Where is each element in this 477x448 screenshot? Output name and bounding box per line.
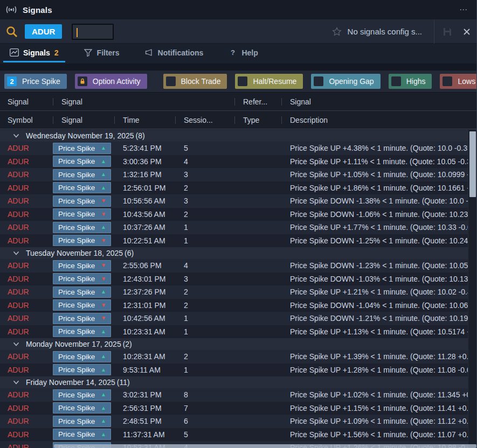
column-header-signal-span[interactable]: Signal [53, 97, 234, 106]
vertical-scrollbar[interactable] [468, 130, 476, 448]
table-row[interactable]: ADURPrice Spike▼10:22:51 AM1Price Spike … [0, 234, 476, 248]
filter-checkbox[interactable] [443, 76, 452, 86]
filter-chip-halt-resume[interactable]: Halt/Resume [235, 74, 303, 89]
signal-badge[interactable]: Price Spike▲ [53, 143, 111, 154]
filter-checkbox[interactable] [238, 76, 247, 86]
tab-notifications[interactable]: Notifications [138, 44, 210, 62]
tab-signals[interactable]: Signals 2 [3, 44, 65, 62]
lock-icon[interactable] [78, 76, 87, 86]
row-session: 3 [175, 197, 234, 205]
table-row[interactable]: ADURPrice Spike▲10:28:31 AM2Price Spike … [0, 350, 476, 363]
column-header-description[interactable]: Description [281, 116, 476, 124]
chevron-down-icon[interactable] [13, 341, 19, 347]
table-row[interactable]: ADURPrice Spike▲9:53:11 AM1Price Spike U… [0, 363, 476, 377]
column-header-symbol[interactable]: Symbol [0, 116, 53, 124]
table-row[interactable]: ADURPrice Spike▲3:02:31 PM8Price Spike U… [0, 388, 476, 402]
table-row[interactable]: ADURPrice Spike▲3:00:36 PM4Price Spike U… [0, 155, 476, 169]
row-description: Price Spike DOWN -1.38% < 1 minute. (Quo… [281, 197, 476, 205]
close-icon[interactable] [462, 27, 471, 36]
row-symbol: ADUR [0, 352, 53, 361]
column-header-signal-group[interactable]: Signal [0, 97, 53, 106]
signal-badge-label: Price Spike [58, 144, 95, 152]
table-row[interactable]: ADURPrice Spike▼10:42:56 AM1Price Spike … [0, 312, 476, 325]
up-arrow-icon: ▲ [101, 354, 106, 359]
group-header[interactable]: Tuesday November 18, 2025(6) [0, 247, 476, 259]
signal-badge[interactable]: Price Spike▲ [53, 402, 111, 414]
window-title: Signals [23, 5, 52, 15]
signal-badge[interactable]: Price Spike▲ [53, 222, 111, 233]
column-header-reference[interactable]: Refer... [234, 97, 281, 106]
question-icon: ? [228, 48, 237, 57]
signal-badge[interactable]: Price Spike▲ [53, 169, 111, 180]
horizontal-scrollbar-thumb[interactable] [54, 444, 476, 448]
filter-chip-option-activity[interactable]: Option Activity [75, 74, 147, 89]
row-symbol: ADUR [0, 404, 53, 412]
symbol-chip[interactable]: ADUR [25, 24, 62, 39]
signal-badge[interactable]: Price Spike▲ [53, 364, 111, 375]
table-row[interactable]: ADURPrice Spike▼2:55:06 PM4Price Spike D… [0, 259, 476, 272]
filter-chip-price-spike[interactable]: 2Price Spike [4, 74, 67, 89]
row-symbol: ADUR [0, 430, 53, 439]
signal-badge[interactable]: Price Spike▲ [53, 416, 111, 427]
column-header-session[interactable]: Sessio... [175, 116, 234, 124]
tab-filters[interactable]: Filters [77, 44, 126, 62]
table-row[interactable]: ADURPrice Spike▼10:43:56 AM2Price Spike … [0, 208, 476, 221]
column-header-type[interactable]: Type [234, 116, 281, 124]
group-header[interactable]: Wednesday November 19, 2025(8) [0, 130, 476, 142]
chevron-down-icon[interactable] [13, 250, 19, 256]
signal-badge[interactable]: Price Spike▼ [53, 235, 111, 246]
row-session: 1 [175, 366, 234, 374]
row-time: 2:55:06 PM [114, 261, 175, 270]
favorite-star-icon[interactable] [331, 26, 342, 37]
column-header-time[interactable]: Time [114, 116, 175, 124]
tab-help[interactable]: ? Help [222, 44, 264, 62]
group-header[interactable]: Monday November 17, 2025(2) [0, 338, 476, 350]
filter-checkbox[interactable] [391, 76, 401, 86]
table-row[interactable]: ADURPrice Spike▼12:31:01 PM2Price Spike … [0, 299, 476, 312]
vertical-scrollbar-thumb[interactable] [469, 131, 476, 197]
signal-badge[interactable]: Price Spike▼ [53, 208, 111, 220]
signal-badge[interactable]: Price Spike▲ [53, 286, 111, 298]
row-description: Price Spike UP +1.15% < 1 minute. (Quote… [281, 404, 476, 412]
signal-badge[interactable]: Price Spike▲ [53, 326, 111, 337]
window-menu-button[interactable]: ⋯ [456, 7, 471, 12]
table-row[interactable]: ADURPrice Spike▼12:43:01 PM3Price Spike … [0, 272, 476, 286]
signal-badge[interactable]: Price Spike▼ [53, 260, 111, 271]
signal-badge[interactable]: Price Spike▲ [53, 351, 111, 362]
filter-checkbox[interactable] [166, 76, 176, 86]
table-row[interactable]: ADURPrice Spike▲2:48:51 PM6Price Spike U… [0, 415, 476, 428]
filter-chip-block-trade[interactable]: Block Trade [163, 74, 227, 89]
signal-badge[interactable]: Price Spike▲ [53, 156, 111, 167]
save-icon[interactable] [442, 26, 453, 37]
table-row[interactable]: ADURPrice Spike▲11:37:31 AM5Price Spike … [0, 428, 476, 442]
table-row[interactable]: ADURPrice Spike▲12:37:26 PM2Price Spike … [0, 285, 476, 299]
filter-count-badge[interactable]: 2 [7, 76, 17, 86]
signal-badge[interactable]: Price Spike▲ [53, 429, 111, 440]
signal-badge[interactable]: Price Spike▼ [53, 273, 111, 284]
table-row[interactable]: ADURPrice Spike▲1:32:16 PM3Price Spike U… [0, 168, 476, 181]
column-header-signal[interactable]: Signal [53, 116, 114, 124]
table-row[interactable]: ADURPrice Spike▼10:56:56 AM3Price Spike … [0, 194, 476, 208]
filter-chip-opening-gap[interactable]: Opening Gap [311, 74, 380, 89]
filter-chip-lows[interactable]: Lows [440, 74, 477, 89]
table-row[interactable]: ADURPrice Spike▲5:23:41 PM5Price Spike U… [0, 142, 476, 155]
filter-checkbox[interactable] [314, 76, 323, 86]
filter-chip-highs[interactable]: Highs [389, 74, 432, 89]
signal-badge[interactable]: Price Spike▼ [53, 299, 111, 311]
chevron-down-icon[interactable] [13, 379, 19, 386]
signal-badge[interactable]: Price Spike▲ [53, 389, 111, 401]
table-row[interactable]: ADURPrice Spike▲10:37:26 AM1Price Spike … [0, 221, 476, 234]
table-row[interactable]: ADURPrice Spike▲12:56:01 PM2Price Spike … [0, 181, 476, 195]
chevron-down-icon[interactable] [13, 132, 19, 139]
down-arrow-icon: ▼ [101, 198, 106, 204]
column-header-signal-desc[interactable]: Signal [281, 97, 476, 106]
signal-badge[interactable]: Price Spike▼ [53, 195, 111, 207]
signal-badge[interactable]: Price Spike▲ [53, 182, 111, 193]
table-row[interactable]: ADURPrice Spike▲10:23:31 AM1Price Spike … [0, 325, 476, 339]
row-time: 9:53:11 AM [114, 366, 175, 374]
table-row[interactable]: ADURPrice Spike▲2:56:31 PM7Price Spike U… [0, 402, 476, 415]
spacer-strip [0, 64, 476, 71]
signal-badge[interactable]: Price Spike▼ [53, 313, 111, 324]
search-input[interactable] [72, 24, 114, 40]
group-header[interactable]: Friday November 14, 2025(11) [0, 376, 476, 388]
